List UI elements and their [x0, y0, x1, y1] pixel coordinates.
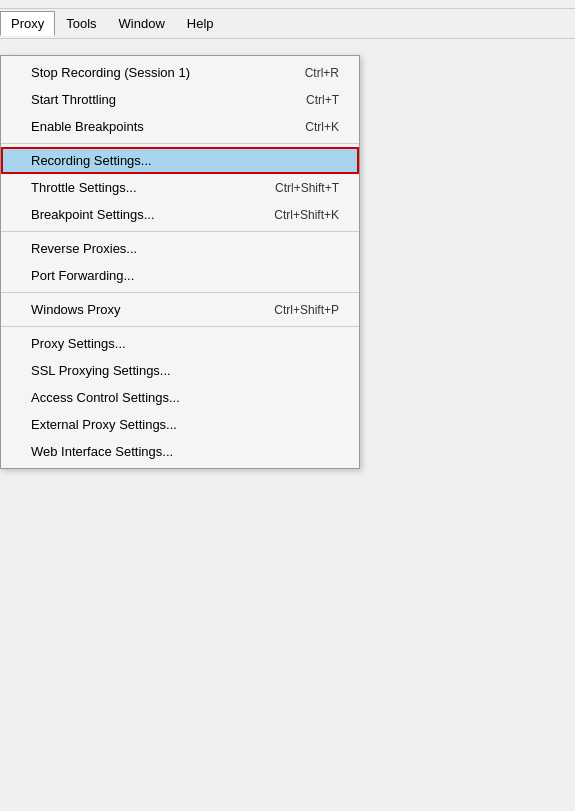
menu-item-label-windows-proxy: Windows Proxy [31, 302, 121, 317]
menu-item-access-control-settings[interactable]: Access Control Settings... [1, 384, 359, 411]
menu-item-shortcut-enable-breakpoints: Ctrl+K [305, 120, 339, 134]
menu-item-shortcut-throttle-settings: Ctrl+Shift+T [275, 181, 339, 195]
menu-item-label-recording-settings: Recording Settings... [31, 153, 152, 168]
menu-item-enable-breakpoints[interactable]: Enable BreakpointsCtrl+K [1, 113, 359, 140]
menu-item-label-throttle-settings: Throttle Settings... [31, 180, 137, 195]
title-bar [0, 0, 575, 9]
menu-item-breakpoint-settings[interactable]: Breakpoint Settings...Ctrl+Shift+K [1, 201, 359, 228]
menu-item-label-ssl-proxying-settings: SSL Proxying Settings... [31, 363, 171, 378]
menu-item-label-port-forwarding: Port Forwarding... [31, 268, 134, 283]
menu-item-shortcut-breakpoint-settings: Ctrl+Shift+K [274, 208, 339, 222]
menu-item-stop-recording[interactable]: Stop Recording (Session 1)Ctrl+R [1, 59, 359, 86]
menu-window[interactable]: Window [108, 11, 176, 36]
menu-proxy[interactable]: Proxy [0, 11, 55, 36]
menu-separator-after-enable-breakpoints [1, 143, 359, 144]
menu-item-ssl-proxying-settings[interactable]: SSL Proxying Settings... [1, 357, 359, 384]
menu-item-label-web-interface-settings: Web Interface Settings... [31, 444, 173, 459]
menu-item-shortcut-stop-recording: Ctrl+R [305, 66, 339, 80]
menu-help[interactable]: Help [176, 11, 225, 36]
menu-item-reverse-proxies[interactable]: Reverse Proxies... [1, 235, 359, 262]
menu-item-label-external-proxy-settings: External Proxy Settings... [31, 417, 177, 432]
menu-item-label-breakpoint-settings: Breakpoint Settings... [31, 207, 155, 222]
menu-separator-after-port-forwarding [1, 292, 359, 293]
menu-item-windows-proxy[interactable]: Windows ProxyCtrl+Shift+P [1, 296, 359, 323]
dropdown-container: Stop Recording (Session 1)Ctrl+RStart Th… [0, 55, 360, 469]
menu-item-label-start-throttling: Start Throttling [31, 92, 116, 107]
menu-bar: Proxy Tools Window Help [0, 9, 575, 39]
menu-item-external-proxy-settings[interactable]: External Proxy Settings... [1, 411, 359, 438]
menu-separator-after-breakpoint-settings [1, 231, 359, 232]
menu-item-proxy-settings[interactable]: Proxy Settings... [1, 330, 359, 357]
menu-item-recording-settings[interactable]: Recording Settings... [1, 147, 359, 174]
menu-item-label-proxy-settings: Proxy Settings... [31, 336, 126, 351]
menu-item-web-interface-settings[interactable]: Web Interface Settings... [1, 438, 359, 465]
menu-item-label-stop-recording: Stop Recording (Session 1) [31, 65, 190, 80]
proxy-dropdown-menu: Stop Recording (Session 1)Ctrl+RStart Th… [0, 55, 360, 469]
menu-item-label-access-control-settings: Access Control Settings... [31, 390, 180, 405]
menu-item-label-reverse-proxies: Reverse Proxies... [31, 241, 137, 256]
menu-item-shortcut-start-throttling: Ctrl+T [306, 93, 339, 107]
menu-tools[interactable]: Tools [55, 11, 107, 36]
menu-item-start-throttling[interactable]: Start ThrottlingCtrl+T [1, 86, 359, 113]
menu-item-throttle-settings[interactable]: Throttle Settings...Ctrl+Shift+T [1, 174, 359, 201]
menu-item-label-enable-breakpoints: Enable Breakpoints [31, 119, 144, 134]
menu-separator-after-windows-proxy [1, 326, 359, 327]
menu-item-port-forwarding[interactable]: Port Forwarding... [1, 262, 359, 289]
menu-item-shortcut-windows-proxy: Ctrl+Shift+P [274, 303, 339, 317]
